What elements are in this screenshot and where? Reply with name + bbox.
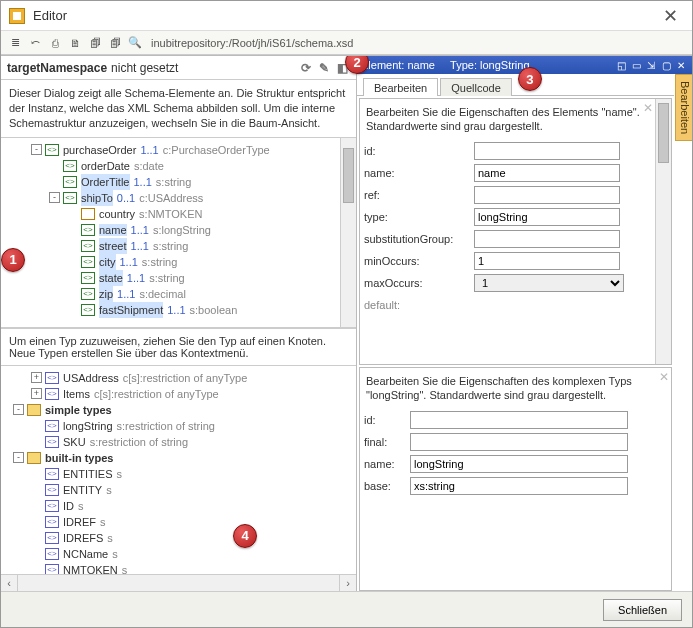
tree-row[interactable]: SKUs:restriction of string: [5, 434, 356, 450]
h-scrollbar[interactable]: ‹›: [1, 574, 356, 591]
tree-row[interactable]: +Itemsc[s]:restriction of anyType: [5, 386, 356, 402]
tree-row[interactable]: -simple types: [5, 402, 356, 418]
type-icon: [45, 484, 59, 496]
panel-close-icon[interactable]: ✕: [674, 58, 688, 72]
tab-quellcode[interactable]: Quellcode: [440, 78, 512, 96]
window-close-icon[interactable]: ✕: [657, 5, 684, 27]
tb-icon-1[interactable]: ≣: [7, 35, 23, 51]
type-icon: [45, 388, 59, 400]
expand-toggle[interactable]: +: [31, 388, 42, 399]
callout-4: 4: [233, 524, 257, 548]
callout-3: 3: [518, 67, 542, 91]
tree-label: IDREF: [63, 514, 96, 530]
tb-icon-5[interactable]: 🗐: [87, 35, 103, 51]
close-button[interactable]: Schließen: [603, 599, 682, 621]
types-tree[interactable]: +USAddressc[s]:restriction of anyType+It…: [1, 366, 356, 574]
tree-row[interactable]: IDREFSs: [5, 530, 356, 546]
type-form-desc: Bearbeiten Sie die Eigenschaften des kom…: [364, 372, 667, 409]
expand-toggle[interactable]: +: [31, 372, 42, 383]
tree-row[interactable]: name1..1s:longString: [5, 222, 340, 238]
expand-toggle: [31, 532, 42, 543]
tree-row[interactable]: IDREFs: [5, 514, 356, 530]
panel-head-type: Type: longString: [450, 59, 530, 71]
panel-min-icon[interactable]: ▭: [629, 58, 643, 72]
lbl-ref: ref:: [364, 189, 474, 201]
tree-label: USAddress: [63, 370, 119, 386]
edit-icon[interactable]: ✎: [316, 60, 332, 76]
expand-toggle[interactable]: -: [13, 452, 24, 463]
tree-label: NCName: [63, 546, 108, 562]
tfield-id[interactable]: [410, 411, 628, 429]
tree-scrollbar[interactable]: [340, 138, 356, 327]
tree-row[interactable]: +USAddressc[s]:restriction of anyType: [5, 370, 356, 386]
tree-row[interactable]: NCNames: [5, 546, 356, 562]
tree-row[interactable]: longStrings:restriction of string: [5, 418, 356, 434]
panel-pin-icon[interactable]: ⇲: [644, 58, 658, 72]
field-subst[interactable]: [474, 230, 620, 248]
tree-row[interactable]: street1..1s:string: [5, 238, 340, 254]
field-ref[interactable]: [474, 186, 620, 204]
tree-row[interactable]: countrys:NMTOKEN: [5, 206, 340, 222]
schema-tree[interactable]: -purchaseOrder1..1c:PurchaseOrderTypeord…: [1, 138, 340, 327]
tree-row[interactable]: fastShipment1..1s:boolean: [5, 302, 340, 318]
panel-window-icon[interactable]: ◱: [614, 58, 628, 72]
tfield-name[interactable]: [410, 455, 628, 473]
expand-toggle: [67, 208, 78, 219]
folder-icon: [27, 452, 41, 464]
tree-label: state: [99, 270, 123, 286]
tree-row[interactable]: -purchaseOrder1..1c:PurchaseOrderType: [5, 142, 340, 158]
type-icon: [45, 468, 59, 480]
elem-icon: [63, 160, 77, 172]
lbl-name: name:: [364, 167, 474, 179]
tree-row[interactable]: state1..1s:string: [5, 270, 340, 286]
side-tab-bearbeiten[interactable]: Bearbeiten: [675, 74, 692, 141]
tb-icon-2[interactable]: ⤺: [27, 35, 43, 51]
panel-max-icon[interactable]: ▢: [659, 58, 673, 72]
tb-icon-4[interactable]: 🗎: [67, 35, 83, 51]
type-form-close-icon[interactable]: ✕: [659, 370, 669, 384]
tree-row[interactable]: ENTITIESs: [5, 466, 356, 482]
field-minoccurs[interactable]: [474, 252, 620, 270]
elem-form-close-icon[interactable]: ✕: [643, 101, 653, 115]
tree-row[interactable]: orderDates:date: [5, 158, 340, 174]
tree-row[interactable]: zip1..1s:decimal: [5, 286, 340, 302]
expand-toggle: [31, 420, 42, 431]
tree-row[interactable]: IDs: [5, 498, 356, 514]
elem-icon: [81, 224, 95, 236]
tree-label: ENTITIES: [63, 466, 113, 482]
tree-label: OrderTitle: [81, 174, 130, 190]
field-type[interactable]: [474, 208, 620, 226]
tree-label: city: [99, 254, 116, 270]
expand-toggle: [31, 484, 42, 495]
tree-row[interactable]: ENTITYs: [5, 482, 356, 498]
tree-row[interactable]: NMTOKENs: [5, 562, 356, 574]
tree-label: country: [99, 206, 135, 222]
elem-form-scrollbar[interactable]: [655, 99, 671, 364]
tree-row[interactable]: -built-in types: [5, 450, 356, 466]
elem-icon: [63, 192, 77, 204]
tb-icon-6[interactable]: 🗐: [107, 35, 123, 51]
tlbl-name: name:: [364, 458, 410, 470]
expand-toggle[interactable]: -: [49, 192, 60, 203]
expand-toggle: [67, 224, 78, 235]
search-icon[interactable]: 🔍: [127, 35, 143, 51]
tree-row[interactable]: -shipTo0..1c:USAddress: [5, 190, 340, 206]
tree-row[interactable]: OrderTitle1..1s:string: [5, 174, 340, 190]
tree-row[interactable]: city1..1s:string: [5, 254, 340, 270]
field-name[interactable]: [474, 164, 620, 182]
tfield-base[interactable]: [410, 477, 628, 495]
refresh-icon[interactable]: ⟳: [298, 60, 314, 76]
type-icon: [45, 372, 59, 384]
ns-label: targetNamespace: [7, 61, 107, 75]
elem-icon: [63, 176, 77, 188]
tb-icon-3[interactable]: ⎙: [47, 35, 63, 51]
expand-toggle[interactable]: -: [31, 144, 42, 155]
tree-label: purchaseOrder: [63, 142, 136, 158]
tfield-final[interactable]: [410, 433, 628, 451]
elem-icon: [81, 272, 95, 284]
expand-toggle[interactable]: -: [13, 404, 24, 415]
schema-path-input[interactable]: [147, 34, 686, 52]
tab-bearbeiten[interactable]: Bearbeiten: [363, 78, 438, 96]
field-id[interactable]: [474, 142, 620, 160]
field-maxoccurs[interactable]: 1: [474, 274, 624, 292]
